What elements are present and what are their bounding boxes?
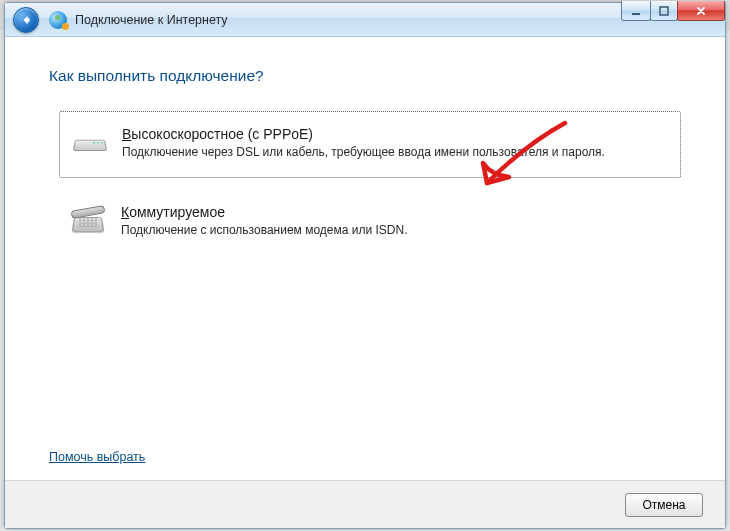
close-button[interactable]: [677, 1, 725, 21]
option-broadband-pppoe[interactable]: Высокоскоростное (с PPPoE) Подключение ч…: [59, 111, 681, 178]
option-description: Подключение с использованием модема или …: [121, 222, 667, 239]
option-dialup[interactable]: Коммутируемое Подключение с использовани…: [59, 190, 681, 255]
svg-rect-0: [632, 13, 640, 15]
back-button[interactable]: [13, 7, 39, 33]
wizard-body: Как выполнить подключение? Высокоскорост…: [5, 37, 725, 480]
svg-rect-1: [660, 7, 668, 15]
cancel-button[interactable]: Отмена: [625, 493, 703, 517]
option-title: Высокоскоростное (с PPPoE): [122, 126, 666, 142]
option-description: Подключение через DSL или кабель, требую…: [122, 144, 666, 161]
phone-icon: [73, 206, 107, 236]
maximize-button[interactable]: [650, 1, 678, 21]
minimize-button[interactable]: [621, 1, 651, 21]
option-title: Коммутируемое: [121, 204, 667, 220]
titlebar: Подключение к Интернету: [5, 3, 725, 37]
window-controls: [622, 1, 725, 21]
page-heading: Как выполнить подключение?: [49, 67, 681, 85]
window-title: Подключение к Интернету: [75, 13, 228, 27]
modem-icon: [74, 128, 108, 158]
connection-globe-icon: [49, 11, 67, 29]
wizard-window: Подключение к Интернету Как выполнить по…: [4, 2, 726, 529]
connection-options: Высокоскоростное (с PPPoE) Подключение ч…: [59, 111, 681, 255]
help-choose-link[interactable]: Помочь выбрать: [49, 450, 145, 464]
wizard-footer: Отмена: [5, 480, 725, 528]
option-text: Коммутируемое Подключение с использовани…: [121, 204, 667, 239]
option-text: Высокоскоростное (с PPPoE) Подключение ч…: [122, 126, 666, 161]
